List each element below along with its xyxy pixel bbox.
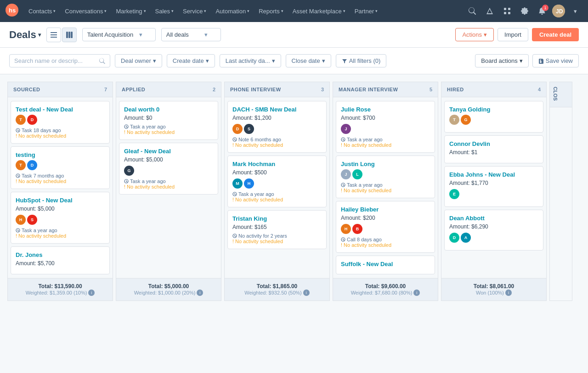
- deal-warn-no-activity: ! No activity scheduled: [232, 197, 322, 202]
- subheader: Deals ▾ Talent Acquisition ▾ All deals ▾…: [0, 22, 588, 48]
- search-icon[interactable]: [465, 4, 480, 18]
- deal-owner-filter[interactable]: Deal owner ▾: [115, 54, 162, 67]
- deal-amount: Amount: $5,700: [16, 260, 105, 267]
- warn-icon: !: [341, 188, 342, 193]
- search-input[interactable]: [14, 57, 96, 64]
- nav-automation[interactable]: Automation ▾: [211, 0, 254, 22]
- deal-name[interactable]: Deal worth 0: [124, 106, 213, 113]
- activity-icon: [124, 179, 129, 184]
- last-activity-filter[interactable]: Last activity da... ▾: [220, 54, 281, 67]
- deal-warn-no-activity: ! No activity scheduled: [16, 233, 105, 239]
- deal-avatars: JL: [341, 169, 430, 179]
- board-view-button[interactable]: [62, 28, 77, 42]
- column-total: Total: $1,865.00: [230, 283, 324, 289]
- warn-icon: !: [124, 129, 125, 135]
- settings-icon[interactable]: [517, 4, 532, 18]
- deal-name[interactable]: DACH - SMB New Deal: [232, 106, 322, 113]
- deal-card[interactable]: Ebba Johns - New DealAmount: $1,770E: [444, 166, 543, 207]
- create-date-filter[interactable]: Create date ▾: [167, 54, 215, 67]
- deal-card[interactable]: Gleaf - New DealAmount: $5,000G Task a y…: [119, 143, 218, 195]
- deal-card[interactable]: testingTD Task 7 months ago ! No activit…: [11, 146, 110, 189]
- deal-card[interactable]: Deal worth 0Amount: $0 Task a year ago !…: [119, 101, 218, 140]
- deal-name[interactable]: Suffolk - New Deal: [341, 261, 430, 267]
- filter-dropdown[interactable]: All deals ▾: [161, 28, 221, 41]
- all-filters-button[interactable]: All filters (0): [336, 54, 387, 67]
- deal-card[interactable]: Connor DevlinAmount: $1: [444, 135, 543, 163]
- deal-amount: Amount: $5,000: [16, 206, 105, 212]
- deal-card[interactable]: Tanya GoldingTG: [444, 101, 543, 133]
- hubspot-logo[interactable]: hs: [6, 4, 20, 18]
- deal-name[interactable]: Justin Long: [341, 161, 430, 167]
- column-header-hired: HIRED 4: [441, 82, 546, 97]
- deal-card[interactable]: HubSpot - New DealAmount: $5,000HS Task …: [11, 192, 110, 244]
- search-box[interactable]: [9, 54, 110, 67]
- info-icon[interactable]: i: [303, 289, 310, 296]
- warn-icon: !: [16, 233, 17, 239]
- user-menu-chevron[interactable]: ▾: [568, 4, 582, 18]
- deal-card[interactable]: Test deal - New DealTD Task 18 days ago …: [11, 101, 110, 144]
- avatar: B: [352, 224, 362, 234]
- board-actions-button[interactable]: Board actions ▾: [475, 54, 529, 67]
- import-button[interactable]: Import: [498, 28, 528, 41]
- info-icon[interactable]: i: [413, 289, 420, 296]
- info-icon[interactable]: i: [197, 289, 203, 296]
- notifications-icon[interactable]: 1: [535, 4, 549, 18]
- deal-name[interactable]: Mark Hochman: [232, 161, 322, 167]
- list-view-button[interactable]: [46, 28, 61, 42]
- deal-card[interactable]: Justin LongJL Task a year ago ! No activ…: [336, 156, 435, 198]
- close-date-filter[interactable]: Close date ▾: [286, 54, 331, 67]
- deal-name[interactable]: Dean Abbott: [449, 215, 538, 222]
- column-cards-sourced: Test deal - New DealTD Task 18 days ago …: [8, 97, 113, 278]
- chevron-down-icon: ▾: [272, 57, 275, 64]
- filter-icon: [342, 58, 347, 64]
- deal-card[interactable]: Suffolk - New Deal: [336, 256, 435, 274]
- deal-name[interactable]: Dr. Jones: [16, 251, 105, 258]
- deal-card[interactable]: Dr. JonesAmount: $5,700: [11, 246, 110, 274]
- nav-marketing[interactable]: Marketing ▾: [111, 0, 150, 22]
- deal-card[interactable]: DACH - SMB New DealAmount: $1,200DS Note…: [227, 101, 327, 153]
- deal-card[interactable]: Dean AbbottAmount: $6,290DA: [444, 210, 543, 251]
- deal-amount: Amount: $1,200: [232, 115, 322, 121]
- nav-sales[interactable]: Sales ▾: [151, 0, 179, 22]
- column-weighted: Weighted: $932.50 (50%) i: [230, 289, 324, 296]
- info-icon[interactable]: i: [88, 289, 95, 296]
- info-icon[interactable]: i: [505, 289, 512, 296]
- nav-partner[interactable]: Partner ▾: [350, 0, 383, 22]
- view-toggle: [46, 28, 77, 42]
- deal-name[interactable]: Ebba Johns - New Deal: [449, 171, 538, 178]
- deal-name[interactable]: Julie Rose: [341, 106, 430, 113]
- deal-name[interactable]: Hailey Bieber: [341, 206, 430, 213]
- deal-name[interactable]: Tristan King: [232, 215, 322, 222]
- deal-card[interactable]: Mark HochmanAmount: $500MH Task a year a…: [227, 156, 327, 207]
- deal-name[interactable]: HubSpot - New Deal: [16, 197, 105, 204]
- actions-button[interactable]: Actions ▾: [455, 28, 494, 41]
- avatar: S: [27, 215, 37, 225]
- nav-asset-marketplace[interactable]: Asset Marketplace ▾: [288, 0, 350, 22]
- marketplace-icon[interactable]: [500, 4, 514, 18]
- column-weighted: Won (100%) i: [447, 289, 541, 296]
- warn-icon: !: [232, 197, 234, 202]
- deal-name[interactable]: testing: [16, 151, 105, 158]
- pipeline-dropdown[interactable]: Talent Acquisition ▾: [82, 28, 156, 41]
- deal-name[interactable]: Connor Devlin: [449, 140, 538, 147]
- upgrade-icon[interactable]: [482, 4, 497, 18]
- deal-card[interactable]: Hailey BieberAmount: $200HB Call 8 days …: [336, 201, 435, 253]
- deal-name[interactable]: Tanya Golding: [449, 106, 538, 113]
- save-view-button[interactable]: Save view: [532, 54, 579, 67]
- deal-avatars: J: [341, 124, 430, 134]
- page-title[interactable]: Deals ▾: [9, 29, 41, 41]
- nav-contacts[interactable]: Contacts ▾: [24, 0, 60, 22]
- deal-name[interactable]: Gleaf - New Deal: [124, 148, 213, 155]
- user-avatar[interactable]: JD: [552, 5, 565, 17]
- nav-conversations[interactable]: Conversations ▾: [60, 0, 111, 22]
- nav-service[interactable]: Service ▾: [178, 0, 211, 22]
- create-deal-button[interactable]: Create deal: [532, 28, 579, 41]
- deal-card[interactable]: Julie RoseAmount: $700J Task a year ago …: [336, 101, 435, 153]
- nav-reports[interactable]: Reports ▾: [254, 0, 288, 22]
- deal-name[interactable]: Test deal - New Deal: [16, 106, 105, 113]
- deal-card[interactable]: Tristan KingAmount: $165 No activity for…: [227, 210, 327, 249]
- deal-meta-activity: No activity for 2 years: [232, 233, 322, 239]
- activity-icon: [16, 228, 20, 233]
- column-hired: HIRED 4 Tanya GoldingTGConnor DevlinAmou…: [441, 82, 547, 301]
- deal-amount: Amount: $165: [232, 224, 322, 230]
